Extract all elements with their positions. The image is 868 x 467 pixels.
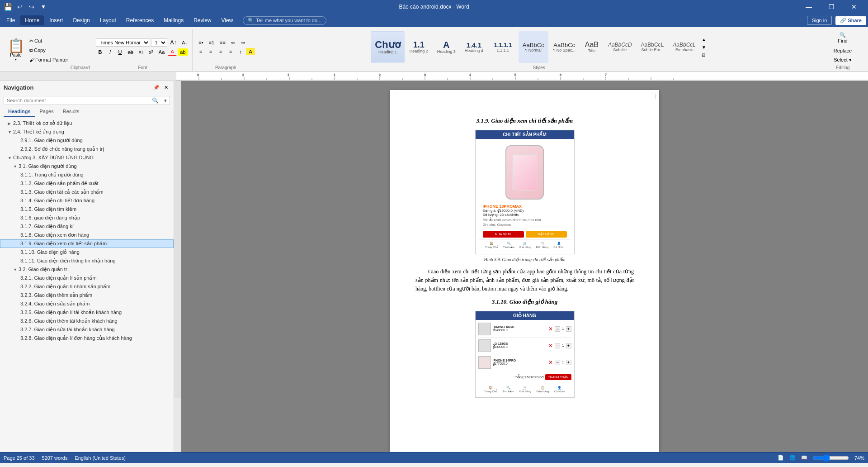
tree-item-317[interactable]: 3.1.7. Giao diện đăng kí (0, 222, 174, 231)
close-btn[interactable]: ✕ (844, 0, 864, 14)
style-title[interactable]: AaB Title (580, 31, 603, 63)
style-normal[interactable]: AaBbCc ¶ Normal (519, 31, 548, 63)
copy-btn[interactable]: ⧉ Copy (27, 46, 71, 55)
checkout-btn[interactable]: THANH TOÁN (545, 374, 571, 380)
tree-item-ch3[interactable]: ▼ Chương 3. XÂY DỰNG ỨNG DỤNG (0, 153, 174, 162)
signin-btn[interactable]: Sign in (807, 16, 832, 25)
minimize-btn[interactable]: — (798, 0, 819, 14)
tree-item-321[interactable]: 3.2.1. Giao diện quản lí sản phẩm (0, 274, 174, 282)
style-subtle-em[interactable]: AaBbCcL Subtle Em... (637, 31, 668, 63)
style-heading3[interactable]: A Heading 3 (433, 31, 460, 63)
menu-home[interactable]: Home (20, 15, 44, 25)
menu-view[interactable]: View (217, 15, 238, 25)
multilevel-btn[interactable]: ≡≡ (217, 39, 228, 47)
cart-delete-2[interactable]: ✕ (548, 343, 553, 349)
highlight-btn[interactable]: ab (178, 48, 188, 56)
styles-down-btn[interactable]: ▼ (701, 44, 707, 51)
nav-tab-pages[interactable]: Pages (35, 107, 58, 117)
tree-item-312[interactable]: 3.1.2. Giao diện sản phẩm đề xuất (0, 179, 174, 188)
tree-item-314[interactable]: 3.1.4. Giao diện chi tiết đơn hàng (0, 196, 174, 205)
tree-item-326[interactable]: 3.2.6. Giao diện thêm tài khoản khách hà… (0, 317, 174, 325)
menu-references[interactable]: References (122, 15, 158, 25)
nav-pin-btn[interactable]: 📌 (151, 84, 161, 91)
menu-mailings[interactable]: Mailings (159, 15, 188, 25)
bullets-btn[interactable]: ≡• (196, 39, 205, 47)
font-name-select[interactable]: Times New Roman (96, 38, 150, 47)
document-area[interactable]: 3.1.9. Giao diện xem chi tiết sản phẩm C… (181, 81, 868, 452)
tree-item-319[interactable]: 3.1.9. Giao diện xem chi tiết sản phẩm (0, 239, 174, 248)
tree-item-3111[interactable]: 3.1.11. Giao diện điền thông tin nhận hà… (0, 257, 174, 265)
shading-btn[interactable]: A (246, 48, 255, 55)
nav-close-btn[interactable]: ✕ (162, 84, 170, 91)
view-mode-web[interactable]: 🌐 (789, 455, 796, 461)
find-btn[interactable]: 🔍 Find (825, 30, 861, 46)
decrease-font-btn[interactable]: A↓ (180, 39, 190, 46)
tree-item-325[interactable]: 3.2.5. Giao diện quản lí tài khoản khách… (0, 308, 174, 317)
decrease-indent-btn[interactable]: ⇐ (229, 39, 238, 47)
style-11111[interactable]: 1.1.1.1 1.1.1.1 (488, 31, 518, 63)
nav-search-box[interactable]: 🔍 ▼ (4, 96, 170, 105)
increase-font-btn[interactable]: A↑ (168, 38, 179, 47)
tree-item-313[interactable]: 3.1.3. Giao diện tất cả các sản phẩm (0, 188, 174, 196)
view-mode-print[interactable]: 📄 (778, 455, 784, 461)
tree-item-323[interactable]: 3.2.3. Giao diện thêm sản phẩm (0, 291, 174, 300)
underline-btn[interactable]: U (116, 48, 125, 56)
tree-item-328[interactable]: 3.2.8. Giao diện quản lí đơn hàng của kh… (0, 334, 174, 343)
style-nospace[interactable]: AaBbCc ¶ No Spac... (549, 31, 580, 63)
qty-minus-2[interactable]: − (555, 343, 560, 348)
menu-review[interactable]: Review (189, 15, 216, 25)
tree-item-315[interactable]: 3.1.5. Giao diện tìm kiếm (0, 205, 174, 214)
tree-item-318[interactable]: 3.1.8. Giao diện xem đơn hàng (0, 231, 174, 239)
tree-item-31[interactable]: ▼ 3.1. Giao diện người dùng (0, 162, 174, 171)
italic-btn[interactable]: I (106, 48, 115, 56)
style-heading1[interactable]: Chươ Heading 1 (371, 31, 404, 63)
select-btn[interactable]: Select ▾ (825, 56, 861, 64)
menu-design[interactable]: Design (68, 15, 94, 25)
increase-indent-btn[interactable]: ⇒ (239, 39, 248, 47)
align-left-btn[interactable]: ≡ (196, 48, 205, 55)
restore-btn[interactable]: ❐ (821, 0, 842, 14)
tree-item-322[interactable]: 3.2.2. Giao diện quản lí nhóm sản phẩm (0, 282, 174, 291)
share-btn[interactable]: 🔗 Share (835, 16, 866, 25)
tree-item-324[interactable]: 3.2.4. Giao diện sửa sản phẩm (0, 300, 174, 308)
replace-btn[interactable]: Replace (825, 47, 861, 55)
font-size-select[interactable]: 13 (151, 38, 167, 47)
tree-item-3110[interactable]: 3.1.10. Giao diện giỏ hàng (0, 248, 174, 257)
qty-plus-3[interactable]: + (566, 360, 571, 365)
tree-item-311[interactable]: 3.1.1. Trang chủ người dùng (0, 171, 174, 179)
style-heading2[interactable]: 1.1 Heading 2 (406, 31, 432, 63)
cart-delete-1[interactable]: ✕ (548, 326, 553, 332)
paste-btn[interactable]: 📋 Paste ▾ (5, 30, 27, 70)
nav-search-input[interactable] (4, 96, 149, 105)
numbering-btn[interactable]: ≡1 (207, 39, 217, 47)
qty-plus-1[interactable]: + (566, 326, 571, 332)
view-mode-read[interactable]: 📖 (801, 455, 807, 461)
nav-tab-results[interactable]: Results (58, 107, 84, 117)
qty-minus-3[interactable]: − (555, 360, 560, 365)
nav-tab-headings[interactable]: Headings (4, 107, 35, 117)
nav-search-icon[interactable]: 🔍 (149, 97, 161, 104)
format-painter-btn[interactable]: 🖌 Format Painter (27, 56, 71, 64)
styles-expand-btn[interactable]: ⊟ (701, 52, 707, 58)
customize-btn[interactable]: ▼ (39, 3, 48, 11)
cut-btn[interactable]: ✂ Cut (27, 37, 71, 45)
menu-layout[interactable]: Layout (95, 15, 121, 25)
tell-me-box[interactable]: 🔍 Tell me what you want to do... (243, 16, 326, 25)
cart-delete-3[interactable]: ✕ (548, 359, 553, 366)
strikethrough-btn[interactable]: ab (126, 48, 136, 56)
align-right-btn[interactable]: ≡ (216, 48, 225, 55)
nav-tree[interactable]: ▶ 2.3. Thiết kế cơ sở dữ liệu ▼ 2.4. Thi… (0, 117, 174, 452)
redo-btn[interactable]: ↪ (27, 2, 36, 11)
tree-item-24[interactable]: ▼ 2.4. Thiết kế ứng dụng (0, 128, 174, 136)
nav-search-dropdown[interactable]: ▼ (161, 98, 170, 103)
menu-insert[interactable]: Insert (45, 15, 67, 25)
style-emphasis[interactable]: AaBbCcL Emphasis (669, 31, 700, 63)
superscript-btn[interactable]: x² (146, 48, 156, 56)
tree-item-316[interactable]: 3.1.6. giao diện đăng nhập (0, 214, 174, 222)
line-spacing-btn[interactable]: ↕ (236, 48, 245, 55)
style-heading4[interactable]: 1.4.1 Heading 4 (461, 31, 487, 63)
justify-btn[interactable]: ≡ (226, 48, 235, 55)
tree-item-327[interactable]: 3.2.7. Giao diện sửa tài khoản khách hàn… (0, 325, 174, 334)
font-color-btn[interactable]: A (168, 48, 177, 56)
tree-item-291[interactable]: 2.9.1. Giao diện người dùng (0, 136, 174, 145)
